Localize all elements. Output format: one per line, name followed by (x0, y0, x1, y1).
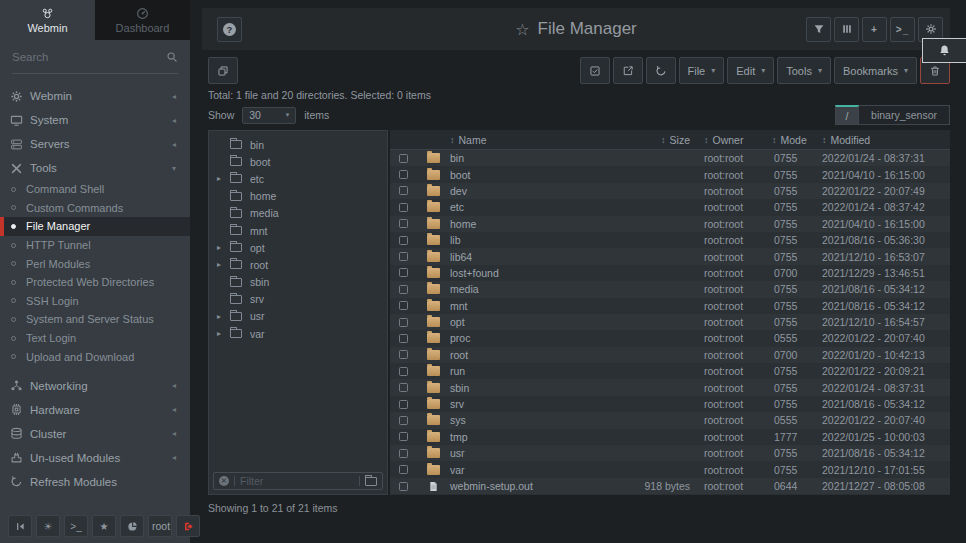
toggle-view-button[interactable] (208, 57, 238, 84)
select-all-button[interactable] (580, 57, 610, 84)
open-terminal-button[interactable]: >_ (890, 17, 915, 42)
row-checkbox[interactable] (399, 318, 408, 327)
table-row[interactable]: optroot:root07552021/12/10 - 16:54:57 (390, 314, 950, 330)
expand-arrow-icon[interactable]: ▸ (217, 312, 230, 321)
row-checkbox[interactable] (399, 154, 408, 163)
file-name[interactable]: srv (450, 398, 616, 410)
night-mode-button[interactable]: ☀ (36, 515, 60, 537)
tree-item-opt[interactable]: ▸opt (209, 239, 387, 256)
file-name[interactable]: home (450, 218, 616, 230)
file-name[interactable]: media (450, 283, 616, 295)
row-checkbox[interactable] (399, 252, 408, 261)
sidebar-item-webmin[interactable]: Webmin◂ (0, 84, 190, 108)
sidebar-item-file-manager[interactable]: File Manager (0, 217, 190, 236)
row-checkbox[interactable] (399, 465, 408, 474)
tree-item-boot[interactable]: boot (209, 153, 387, 170)
table-row[interactable]: srvroot:root07552021/08/16 - 05:34:12 (390, 396, 950, 412)
column-header-mode[interactable]: ↕Mode (772, 134, 822, 146)
column-header-name[interactable]: ↕Name (450, 134, 616, 146)
tab-dashboard[interactable]: Dashboard (95, 0, 190, 40)
row-checkbox[interactable] (399, 482, 408, 491)
file-name[interactable]: opt (450, 316, 616, 328)
table-row[interactable]: homeroot:root07552021/04/10 - 16:15:00 (390, 216, 950, 232)
sidebar-item-networking[interactable]: Networking◂ (0, 374, 190, 398)
table-row[interactable]: lib64root:root07552021/12/10 - 16:53:07 (390, 248, 950, 264)
table-row[interactable]: webmin-setup.out918 bytesroot:root064420… (390, 478, 950, 494)
table-row[interactable]: binroot:root07552022/01/24 - 08:37:31 (390, 150, 950, 166)
row-checkbox[interactable] (399, 367, 408, 376)
row-checkbox[interactable] (399, 301, 408, 310)
file-name[interactable]: mnt (450, 300, 616, 312)
expand-arrow-icon[interactable]: ▸ (217, 174, 230, 183)
clear-filter-icon[interactable]: ✕ (219, 476, 229, 486)
row-checkbox[interactable] (399, 449, 408, 458)
share-export-button[interactable] (613, 57, 643, 84)
row-checkbox[interactable] (399, 432, 408, 441)
create-new-button[interactable]: + (862, 17, 887, 42)
table-row[interactable]: mediaroot:root07552021/08/16 - 05:34:12 (390, 281, 950, 297)
table-row[interactable]: sysroot:root05552022/01/22 - 20:07:40 (390, 412, 950, 428)
sidebar-item-ssh-login[interactable]: SSH Login (0, 292, 190, 311)
open-shell-button[interactable]: >_ (64, 515, 88, 537)
tree-item-srv[interactable]: srv (209, 291, 387, 308)
file-name[interactable]: proc (450, 332, 616, 344)
file-name[interactable]: root (450, 349, 616, 361)
file-name[interactable]: usr (450, 447, 616, 459)
tree-item-media[interactable]: media (209, 205, 387, 222)
column-header-modified[interactable]: ↕Modified (822, 134, 950, 146)
expand-arrow-icon[interactable]: ▸ (217, 260, 230, 269)
tree-item-sbin[interactable]: sbin (209, 274, 387, 291)
column-toggle-button[interactable] (834, 17, 859, 42)
tree-item-mnt[interactable]: mnt (209, 222, 387, 239)
bookmarks-menu-button[interactable]: Bookmarks▾ (834, 57, 917, 84)
table-row[interactable]: bootroot:root07552021/04/10 - 16:15:00 (390, 166, 950, 182)
filter-button[interactable] (806, 17, 831, 42)
tools-menu-button[interactable]: Tools▾ (777, 57, 831, 84)
row-checkbox[interactable] (399, 268, 408, 277)
expand-arrow-icon[interactable]: ▸ (217, 243, 230, 252)
favorite-star-icon[interactable]: ☆ (515, 20, 529, 39)
favorites-button[interactable]: ★ (92, 515, 116, 537)
file-name[interactable]: boot (450, 169, 616, 181)
search-input[interactable] (12, 51, 166, 63)
row-checkbox[interactable] (399, 416, 408, 425)
file-name[interactable]: lib64 (450, 251, 616, 263)
table-row[interactable]: rootroot:root07002022/01/20 - 10:42:13 (390, 347, 950, 363)
file-name[interactable]: bin (450, 152, 616, 164)
user-account-button[interactable]: root (148, 515, 172, 537)
table-row[interactable]: libroot:root07552021/08/16 - 05:36:30 (390, 232, 950, 248)
folder-icon[interactable] (365, 477, 377, 486)
sidebar-item-un-used-modules[interactable]: Un-used Modules◂ (0, 446, 190, 470)
sidebar-item-refresh-modules[interactable]: Refresh Modules (0, 470, 190, 494)
edit-menu-button[interactable]: Edit▾ (727, 57, 774, 84)
row-checkbox[interactable] (399, 350, 408, 359)
tree-item-etc[interactable]: ▸etc (209, 170, 387, 187)
row-checkbox[interactable] (399, 383, 408, 392)
table-row[interactable]: tmproot:root17772022/01/25 - 10:00:03 (390, 429, 950, 445)
sidebar-item-upload-and-download[interactable]: Upload and Download (0, 347, 190, 366)
help-button[interactable]: ? (217, 17, 242, 42)
tree-filter-input[interactable] (240, 475, 354, 487)
column-header-owner[interactable]: ↕Owner (704, 134, 772, 146)
table-row[interactable]: procroot:root05552022/01/22 - 20:07:40 (390, 330, 950, 346)
file-name[interactable]: webmin-setup.out (450, 480, 616, 492)
table-row[interactable]: runroot:root07552022/01/22 - 20:09:21 (390, 363, 950, 379)
row-checkbox[interactable] (399, 219, 408, 228)
usage-stats-button[interactable] (120, 515, 144, 537)
column-header-size[interactable]: ↕Size (616, 134, 704, 146)
sidebar-item-servers[interactable]: Servers◂ (0, 132, 190, 156)
sidebar-item-hardware[interactable]: Hardware◂ (0, 398, 190, 422)
expand-arrow-icon[interactable]: ▸ (217, 329, 230, 338)
tree-item-var[interactable]: ▸var (209, 325, 387, 342)
file-name[interactable]: sys (450, 414, 616, 426)
sidebar-item-text-login[interactable]: Text Login (0, 329, 190, 348)
file-name[interactable]: var (450, 464, 616, 476)
table-row[interactable]: lost+foundroot:root07002021/12/29 - 13:4… (390, 265, 950, 281)
sidebar-item-command-shell[interactable]: Command Shell (0, 180, 190, 199)
sidebar-item-perl-modules[interactable]: Perl Modules (0, 254, 190, 273)
collapse-navigation-button[interactable] (8, 515, 32, 537)
table-row[interactable]: sbinroot:root07552022/01/24 - 08:37:31 (390, 379, 950, 395)
file-name[interactable]: sbin (450, 382, 616, 394)
sidebar-item-http-tunnel[interactable]: HTTP Tunnel (0, 236, 190, 255)
row-checkbox[interactable] (399, 400, 408, 409)
